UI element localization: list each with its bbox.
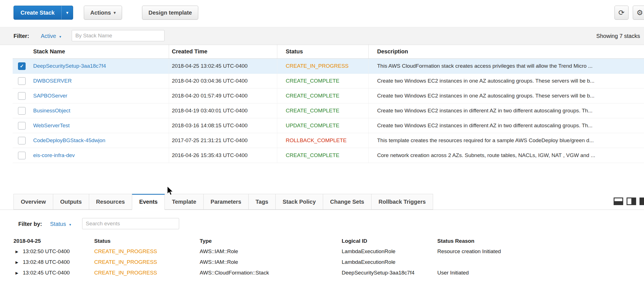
stack-status: CREATE_COMPLETE [286,78,339,84]
tab-tags[interactable]: Tags [248,194,276,210]
row-checkbox[interactable]: ✓ [18,77,26,85]
header-created-time[interactable]: Created Time [169,44,277,58]
layout-bottom-pane-icon[interactable] [614,198,623,205]
create-stack-button[interactable]: Create Stack ▾ [13,6,73,20]
events-search-input[interactable] [82,218,179,229]
actions-button[interactable]: Actions ▾ [84,6,122,20]
stack-created-time: 2018-04-20 03:04:36 UTC-0400 [169,74,277,88]
event-status: CREATE_IN_PROGRESS [94,270,157,276]
stack-status: CREATE_COMPLETE [286,152,339,158]
stack-name-link[interactable]: DWBOSERVER [33,78,72,84]
filter-active-value: Active [41,33,56,39]
stack-created-time: 2018-03-16 14:08:15 UTC-0400 [169,118,277,133]
caret-down-icon: ▾ [114,10,116,15]
tab-resources[interactable]: Resources [89,194,132,210]
stack-description: This template creates the resources requ… [368,133,644,148]
header-status[interactable]: Status [277,44,368,58]
tab-change-sets[interactable]: Change Sets [323,194,371,210]
expand-row-icon[interactable]: ▶ [15,249,18,254]
list-item: ▶ 13:02:50 UTC-0400 CREATE_IN_PROGRESS A… [13,246,644,257]
table-row[interactable]: ✓ BusinessObject 2018-04-19 03:40:01 UTC… [13,103,644,118]
table-row[interactable]: ✓ DeepSecuritySetup-3aa18c7f4 2018-04-25… [13,59,644,74]
stack-filter-bar: Filter: Active ▾ Showing 7 stacks [0,27,644,45]
stack-description: Create two Windows EC2 instances in diff… [368,118,644,133]
cloudformation-console: Create Stack ▾ Actions ▾ Design template… [0,0,644,304]
tab-parameters[interactable]: Parameters [203,194,249,210]
stack-created-time: 2017-07-25 21:31:21 UTC-0400 [169,133,277,148]
row-checkbox[interactable]: ✓ [18,62,26,70]
event-type: AWS::IAM::Role [200,259,342,265]
header-description[interactable]: Description [368,44,644,58]
event-status-reason: User Initiated [437,270,644,276]
list-item: ▶ 13:02:48 UTC-0400 CREATE_IN_PROGRESS A… [13,257,644,267]
stack-status: CREATE_COMPLETE [286,93,339,99]
stack-name-link[interactable]: eis-core-infra-dev [33,152,75,158]
caret-down-icon: ▾ [66,10,68,15]
create-stack-dropdown[interactable]: ▾ [61,6,73,19]
stack-status: ROLLBACK_COMPLETE [286,137,346,144]
stack-name-link[interactable]: BusinessObject [33,108,70,114]
events-table: 2018-04-25 Status Type Logical ID Status… [13,236,644,278]
row-checkbox[interactable]: ✓ [18,122,26,130]
event-type: AWS::CloudFormation::Stack [200,270,342,276]
tab-template[interactable]: Template [165,194,203,210]
actions-label: Actions [90,10,111,16]
header-checkbox-cell [13,44,31,58]
stack-description: Create two Windows EC2 instances in one … [368,89,644,103]
events-header-status: Status [94,238,200,244]
row-checkbox[interactable]: ✓ [18,152,26,159]
stack-description: Core network creation across 2 AZs. Subn… [368,148,644,163]
tab-stack-policy[interactable]: Stack Policy [275,194,323,210]
events-header-type: Type [200,238,342,244]
row-checkbox[interactable]: ✓ [18,92,26,100]
tab-outputs[interactable]: Outputs [53,194,89,210]
row-checkbox[interactable]: ✓ [18,107,26,115]
stack-created-time: 2018-04-20 01:57:49 UTC-0400 [169,89,277,103]
row-checkbox[interactable]: ✓ [18,137,26,144]
table-row[interactable]: ✓ eis-core-infra-dev 2016-04-26 15:35:43… [13,148,644,163]
event-time: 13:02:45 UTC-0400 [23,270,70,276]
header-stack-name[interactable]: Stack Name [31,44,169,58]
caret-down-icon: ▾ [59,35,61,39]
filter-by-label: Filter by: [18,216,42,232]
refresh-button[interactable]: ⟳ [614,6,629,20]
tab-events[interactable]: Events [132,194,165,210]
settings-button[interactable]: ⚙ [633,6,644,20]
stack-status: UPDATE_COMPLETE [286,122,339,129]
stack-created-time: 2018-04-19 03:40:01 UTC-0400 [169,103,277,118]
stack-name-search-input[interactable] [72,30,165,41]
expand-row-icon[interactable]: ▶ [15,271,18,275]
tab-overview[interactable]: Overview [13,194,53,210]
filter-label: Filter: [13,27,29,45]
stack-name-link[interactable]: DeepSecuritySetup-3aa18c7f4 [33,63,106,69]
events-table-header: 2018-04-25 Status Type Logical ID Status… [13,236,644,246]
stack-name-link[interactable]: SAPBOServer [33,93,67,99]
layout-full-pane-icon[interactable] [640,198,644,205]
detail-tabs-bar: Overview Outputs Resources Events Templa… [0,194,644,210]
table-row[interactable]: ✓ SAPBOServer 2018-04-20 01:57:49 UTC-04… [13,89,644,103]
stack-description: Create two Windows EC2 instances in one … [368,74,644,88]
event-type: AWS::IAM::Role [200,248,342,255]
filter-active-dropdown[interactable]: Active ▾ [41,27,61,46]
design-template-button[interactable]: Design template [142,6,198,20]
tab-rollback-triggers[interactable]: Rollback Triggers [371,194,433,210]
event-logical-id: DeepSecuritySetup-3aa18c7f4 [342,270,437,276]
events-filter-bar: Filter by: Status ▾ [0,216,644,232]
create-stack-label: Create Stack [14,10,61,16]
table-row[interactable]: ✓ DWBOSERVER 2018-04-20 03:04:36 UTC-040… [13,74,644,89]
event-logical-id: LambdaExecutionRole [342,248,437,255]
table-row[interactable]: ✓ WebServerTest 2018-03-16 14:08:15 UTC-… [13,118,644,133]
events-status-dropdown[interactable]: Status ▾ [50,216,71,233]
table-row[interactable]: ✓ CodeDeployBGStack-45dwjon 2017-07-25 2… [13,133,644,148]
layout-side-pane-icon[interactable] [627,198,636,205]
event-status: CREATE_IN_PROGRESS [94,248,157,254]
event-time: 13:02:50 UTC-0400 [23,248,70,255]
events-status-value: Status [50,221,66,227]
check-icon: ✓ [20,63,24,69]
showing-stacks-count: Showing 7 stacks [596,27,640,45]
stack-name-link[interactable]: WebServerTest [33,122,70,129]
event-time: 13:02:48 UTC-0400 [23,259,70,265]
expand-row-icon[interactable]: ▶ [15,260,18,264]
stack-created-time: 2018-04-25 13:02:45 UTC-0400 [169,59,277,73]
stack-name-link[interactable]: CodeDeployBGStack-45dwjon [33,137,105,144]
